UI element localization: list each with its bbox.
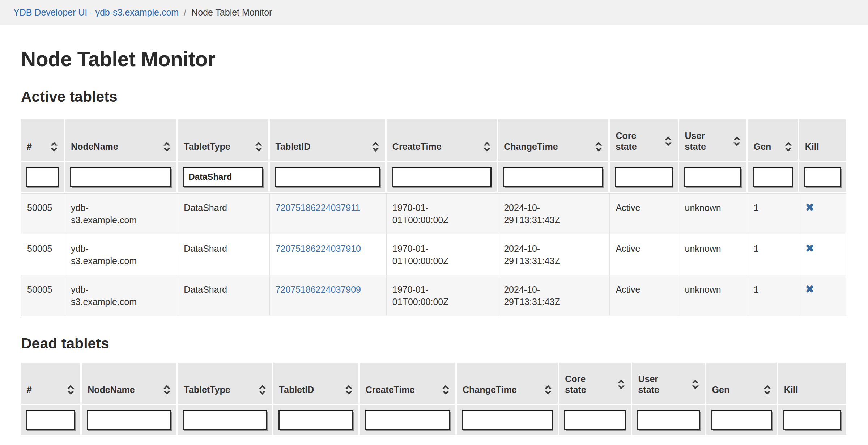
column-header-corestate[interactable]: Core state [559, 363, 632, 405]
breadcrumb-current: Node Tablet Monitor [191, 7, 272, 18]
tablet-id-link[interactable]: 72075186224037911 [276, 203, 361, 213]
sort-icon[interactable] [345, 385, 353, 395]
cell-userstate: unknown [679, 234, 748, 275]
cell-tablettype: DataShard [178, 193, 269, 234]
cell-createtime: 1970-01-01T00:00:00Z [387, 193, 498, 234]
sort-icon[interactable] [163, 141, 171, 152]
sort-icon[interactable] [50, 141, 58, 152]
filter-input-gen[interactable] [753, 167, 793, 187]
kill-tablet-button[interactable]: ✖ [805, 283, 814, 296]
table-row: 50005 ydb-s3.example.com DataShard 72075… [21, 234, 846, 275]
filter-input-nodename[interactable] [70, 167, 171, 187]
filter-input-tabletid[interactable] [275, 167, 380, 187]
cell-kill: ✖ [799, 193, 846, 234]
cell-tablettype: DataShard [178, 234, 269, 275]
column-header-nodename[interactable]: NodeName [82, 363, 178, 405]
column-header-changetime[interactable]: ChangeTime [457, 363, 559, 405]
filter-input-gen[interactable] [711, 410, 772, 430]
column-header-tablettype[interactable]: TabletType [178, 119, 269, 162]
column-header-number[interactable]: # [21, 363, 82, 405]
filter-input-kill[interactable] [804, 167, 841, 187]
kill-tablet-button[interactable]: ✖ [805, 242, 814, 255]
filter-input-nodename[interactable] [87, 410, 171, 430]
sort-icon[interactable] [255, 141, 263, 152]
dead-filter-row [21, 405, 846, 436]
column-header-number[interactable]: # [21, 119, 65, 162]
filter-input-createtime[interactable] [392, 167, 492, 187]
filter-input-createtime[interactable] [365, 410, 450, 430]
filter-input-corestate[interactable] [564, 410, 626, 430]
tablet-id-link[interactable]: 72075186224037910 [276, 243, 361, 254]
filter-input-changetime[interactable] [503, 167, 603, 187]
sort-icon[interactable] [259, 385, 266, 395]
column-header-kill: Kill [778, 363, 846, 405]
cell-createtime: 1970-01-01T00:00:00Z [387, 234, 498, 275]
sort-icon[interactable] [763, 385, 771, 395]
filter-input-corestate[interactable] [615, 167, 672, 187]
cell-changetime: 2024-10-29T13:31:43Z [498, 193, 610, 234]
sort-icon[interactable] [784, 141, 792, 152]
sort-icon[interactable] [664, 136, 672, 147]
page-title: Node Tablet Monitor [21, 47, 846, 71]
filter-input-userstate[interactable] [684, 167, 741, 187]
main-content: Node Tablet Monitor Active tablets # Nod… [21, 47, 846, 436]
dead-tablets-section: Dead tablets # NodeName [21, 334, 846, 436]
sort-icon[interactable] [442, 385, 450, 395]
filter-input-tablettype[interactable] [183, 167, 263, 187]
column-header-corestate[interactable]: Core state [610, 119, 679, 162]
sort-icon[interactable] [617, 379, 625, 390]
sort-icon[interactable] [67, 385, 75, 395]
breadcrumb-root-link[interactable]: YDB Developer UI - ydb-s3.example.com [13, 7, 179, 18]
column-header-changetime[interactable]: ChangeTime [498, 119, 610, 162]
filter-input-number[interactable] [26, 167, 59, 187]
filter-input-tabletid[interactable] [278, 410, 353, 430]
filter-input-tablettype[interactable] [183, 410, 267, 430]
cell-nodename: ydb-s3.example.com [65, 234, 178, 275]
column-header-gen[interactable]: Gen [706, 363, 778, 405]
cell-nodename: ydb-s3.example.com [65, 275, 178, 316]
active-filter-row [21, 162, 846, 193]
column-header-createtime[interactable]: CreateTime [360, 363, 457, 405]
cell-changetime: 2024-10-29T13:31:43Z [498, 234, 610, 275]
filter-input-kill[interactable] [783, 410, 841, 430]
kill-tablet-button[interactable]: ✖ [805, 202, 814, 214]
column-header-userstate[interactable]: User state [679, 119, 748, 162]
cell-corestate: Active [610, 234, 679, 275]
sort-icon[interactable] [733, 136, 741, 147]
active-tablets-heading: Active tablets [21, 88, 846, 106]
column-header-gen[interactable]: Gen [748, 119, 799, 162]
filter-input-changetime[interactable] [462, 410, 553, 430]
sort-icon[interactable] [544, 385, 552, 395]
sort-icon[interactable] [372, 141, 379, 152]
column-header-userstate[interactable]: User state [632, 363, 706, 405]
filter-input-number[interactable] [26, 410, 75, 430]
column-header-nodename[interactable]: NodeName [65, 119, 178, 162]
filter-input-userstate[interactable] [637, 410, 699, 430]
sort-icon[interactable] [483, 141, 491, 152]
column-header-createtime[interactable]: CreateTime [387, 119, 498, 162]
cell-tabletid: 72075186224037911 [270, 193, 387, 234]
active-header-row: # NodeName TabletType TabletID [21, 119, 846, 162]
cell-tablettype: DataShard [178, 275, 269, 316]
sort-icon[interactable] [692, 379, 699, 390]
cell-number: 50005 [21, 193, 65, 234]
cell-corestate: Active [610, 275, 679, 316]
column-header-tabletid[interactable]: TabletID [273, 363, 360, 405]
cell-number: 50005 [21, 234, 65, 275]
dead-tablets-table: # NodeName TabletType TabletID [21, 363, 846, 436]
table-row: 50005 ydb-s3.example.com DataShard 72075… [21, 193, 846, 234]
column-header-tabletid[interactable]: TabletID [270, 119, 387, 162]
cell-nodename: ydb-s3.example.com [65, 193, 178, 234]
cell-createtime: 1970-01-01T00:00:00Z [387, 275, 498, 316]
cell-changetime: 2024-10-29T13:31:43Z [498, 275, 610, 316]
sort-icon[interactable] [163, 385, 171, 395]
column-header-tablettype[interactable]: TabletType [178, 363, 273, 405]
sort-icon[interactable] [595, 141, 603, 152]
column-header-kill: Kill [799, 119, 846, 162]
dead-tablets-heading: Dead tablets [21, 334, 846, 352]
breadcrumb: YDB Developer UI - ydb-s3.example.com / … [0, 0, 868, 25]
cell-tabletid: 72075186224037910 [270, 234, 387, 275]
active-tablets-table: # NodeName TabletType TabletID [21, 119, 846, 316]
tablet-id-link[interactable]: 72075186224037909 [276, 284, 361, 294]
cell-userstate: unknown [679, 193, 748, 234]
